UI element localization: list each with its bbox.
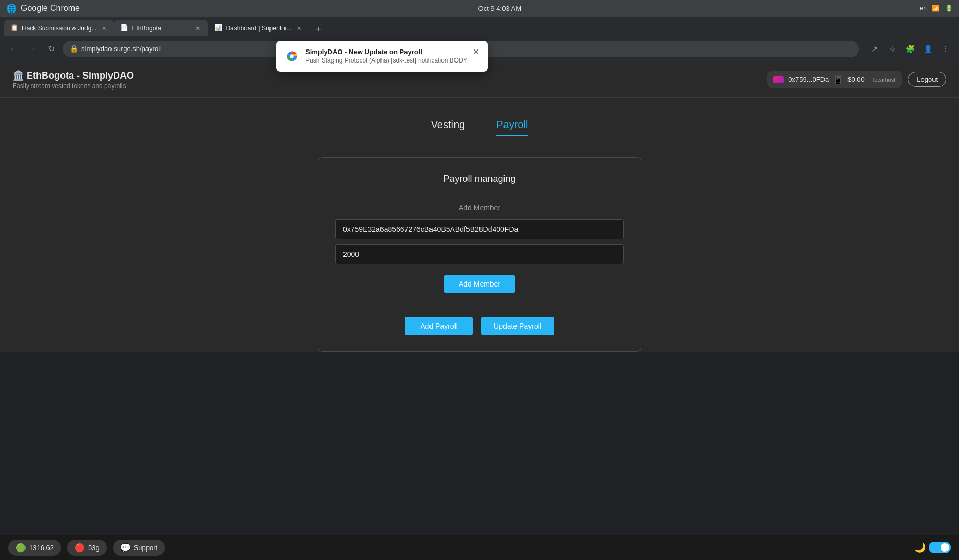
app-title: 🏛️ EthBogota - SimplyDAO bbox=[13, 70, 134, 81]
svg-point-2 bbox=[290, 55, 294, 58]
tab-bar: 📋 Hack Submission & Judg... ✕ 📄 EthBogot… bbox=[0, 17, 959, 36]
tab1-close-icon[interactable]: ✕ bbox=[100, 24, 108, 32]
tab1-favicon: 📋 bbox=[10, 24, 19, 32]
app-subtitle: Easily stream vested tokens and payrolls bbox=[13, 82, 134, 90]
app-logo-section: 🏛️ EthBogota - SimplyDAO Easily stream v… bbox=[13, 70, 134, 90]
os-app-name: Google Chrome bbox=[21, 4, 80, 13]
os-datetime: Oct 9 4:03 AM bbox=[478, 5, 521, 13]
lock-icon: 🔒 bbox=[70, 45, 78, 53]
os-bar: 🌐 Google Chrome Oct 9 4:03 AM en 📶 🔋 bbox=[0, 0, 959, 17]
tab3-favicon: 📊 bbox=[214, 24, 223, 32]
wallet-network-icon: 📱 bbox=[833, 74, 843, 84]
os-bar-left: 🌐 Google Chrome bbox=[6, 4, 80, 14]
notification-close-icon[interactable]: ✕ bbox=[473, 48, 480, 56]
nav-tabs: Vesting Payroll bbox=[431, 119, 528, 136]
os-bar-right: en 📶 🔋 bbox=[920, 5, 953, 12]
forward-button[interactable]: → bbox=[25, 42, 40, 56]
notification-popup: SimplyDAO - New Update on Payroll Push S… bbox=[276, 41, 488, 72]
tab1-title: Hack Submission & Judg... bbox=[22, 24, 96, 32]
os-battery-icon: 🔋 bbox=[945, 5, 953, 12]
wallet-address: 0x759...0FDa bbox=[788, 76, 829, 83]
os-chrome-icon: 🌐 bbox=[6, 4, 17, 14]
wallet-balance: $0.00 bbox=[847, 76, 865, 83]
main-content: Vesting Payroll Payroll managing Add Mem… bbox=[0, 98, 959, 352]
payroll-card: Payroll managing Add Member Add Member A… bbox=[318, 157, 641, 352]
app-title-text: EthBogota - SimplyDAO bbox=[27, 70, 134, 81]
tab2-favicon: 📄 bbox=[120, 24, 129, 32]
update-payroll-button[interactable]: Update Payroll bbox=[481, 317, 554, 335]
new-tab-button[interactable]: + bbox=[311, 22, 326, 36]
back-button[interactable]: ← bbox=[6, 42, 21, 56]
card-bottom-divider bbox=[335, 306, 624, 306]
wallet-info[interactable]: 0x759...0FDa 📱 $0.00 localhost bbox=[767, 71, 902, 88]
notification-body: SimplyDAO - New Update on Payroll Push S… bbox=[305, 48, 468, 64]
dark-mode-toggle[interactable]: 🌙 bbox=[914, 542, 951, 553]
moon-icon: 🌙 bbox=[914, 542, 926, 553]
toggle-thumb bbox=[941, 543, 949, 552]
toggle-track[interactable] bbox=[929, 542, 951, 553]
extensions-icon[interactable]: 🧩 bbox=[903, 42, 917, 56]
card-top-divider bbox=[335, 195, 624, 195]
browser-toolbar-right: ↗ ☆ 🧩 👤 ⋮ bbox=[867, 42, 953, 56]
menu-icon[interactable]: ⋮ bbox=[938, 42, 953, 56]
chrome-logo-icon bbox=[284, 48, 300, 65]
wallet-host: localhost bbox=[873, 77, 895, 83]
tab2-close-icon[interactable]: ✕ bbox=[193, 24, 202, 32]
balance-icon: 🟢 bbox=[16, 543, 26, 553]
support-pill[interactable]: 💬 Support bbox=[113, 540, 165, 556]
support-label: Support bbox=[134, 544, 158, 552]
tab3-title: Dashboard | Superflui... bbox=[226, 24, 291, 32]
payroll-actions: Add Payroll Update Payroll bbox=[335, 317, 624, 335]
support-icon: 💬 bbox=[120, 543, 131, 553]
card-title: Payroll managing bbox=[335, 173, 624, 184]
notification-subtitle: Push Staging Protocol (Alpha) [sdk-test]… bbox=[305, 57, 468, 64]
add-payroll-button[interactable]: Add Payroll bbox=[405, 317, 473, 335]
tab-vesting[interactable]: Vesting bbox=[431, 119, 465, 136]
balance-pill[interactable]: 🟢 1316.62 bbox=[8, 540, 61, 556]
app-logo-emoji: 🏛️ bbox=[13, 70, 24, 81]
tab2-title: EthBogota bbox=[132, 24, 190, 32]
gas-icon: 🔴 bbox=[75, 543, 85, 553]
add-member-button[interactable]: Add Member bbox=[444, 275, 515, 293]
balance-value: 1316.62 bbox=[29, 544, 54, 552]
gas-pill[interactable]: 🔴 53g bbox=[67, 540, 107, 556]
tab3-close-icon[interactable]: ✕ bbox=[294, 24, 303, 32]
tab-payroll[interactable]: Payroll bbox=[496, 119, 528, 136]
amount-input[interactable] bbox=[335, 244, 624, 264]
os-lang: en bbox=[920, 5, 927, 12]
bottom-bar: 🟢 1316.62 🔴 53g 💬 Support 🌙 bbox=[0, 535, 959, 560]
browser-tab-2[interactable]: 📄 EthBogota ✕ bbox=[114, 20, 208, 36]
wallet-avatar-icon bbox=[773, 76, 784, 83]
bookmark-icon[interactable]: ☆ bbox=[885, 42, 900, 56]
profile-icon[interactable]: 👤 bbox=[920, 42, 935, 56]
add-member-label: Add Member bbox=[335, 204, 624, 212]
browser-tab-1[interactable]: 📋 Hack Submission & Judg... ✕ bbox=[4, 20, 114, 36]
share-icon[interactable]: ↗ bbox=[867, 42, 882, 56]
reload-button[interactable]: ↻ bbox=[44, 42, 58, 56]
os-wifi-icon: 📶 bbox=[932, 5, 940, 12]
browser-tab-3[interactable]: 📊 Dashboard | Superflui... ✕ bbox=[208, 20, 309, 36]
notification-title: SimplyDAO - New Update on Payroll bbox=[305, 48, 468, 56]
member-address-input[interactable] bbox=[335, 219, 624, 239]
gas-value: 53g bbox=[88, 544, 100, 552]
logout-button[interactable]: Logout bbox=[908, 72, 946, 87]
